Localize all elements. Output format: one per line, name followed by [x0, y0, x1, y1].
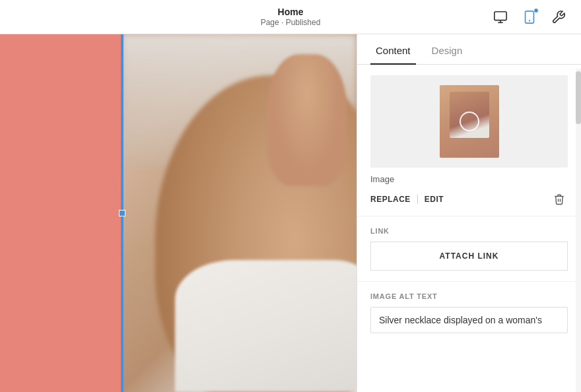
scrollbar-thumb[interactable]	[576, 71, 581, 124]
image-preview-container	[370, 75, 568, 168]
tools-button[interactable]	[547, 5, 570, 29]
tab-design[interactable]: Design	[427, 38, 468, 64]
canvas-image[interactable]	[122, 34, 357, 392]
action-divider	[417, 195, 418, 204]
monitor-view-button[interactable]	[489, 5, 512, 29]
image-preview-section: Image REPLACE EDIT	[357, 65, 581, 216]
image-thumbnail	[440, 85, 499, 158]
alt-text-section: IMAGE ALT TEXT	[357, 282, 581, 344]
canvas-left-panel[interactable]	[0, 34, 122, 392]
tab-content[interactable]: Content	[370, 38, 416, 64]
right-panel: Content Design Image REPLACE EDIT	[357, 34, 581, 392]
header-title-block: Home Page · Published	[261, 7, 321, 27]
image-label: Image	[370, 174, 568, 184]
attach-link-button[interactable]: ATTACH LINK	[370, 242, 568, 271]
header-icons	[489, 5, 570, 29]
page-status: Page · Published	[261, 18, 321, 27]
link-section-label: LINK	[370, 227, 568, 235]
mobile-view-button[interactable]	[518, 5, 541, 29]
alt-text-label: IMAGE ALT TEXT	[370, 292, 568, 300]
svg-rect-0	[495, 11, 506, 20]
canvas: Content Design Image REPLACE EDIT	[0, 34, 581, 392]
panel-scrollbar[interactable]	[576, 69, 581, 392]
header: Home Page · Published	[0, 0, 581, 34]
link-section: LINK ATTACH LINK	[357, 216, 581, 282]
alt-text-input[interactable]	[370, 307, 568, 333]
mobile-badge	[533, 8, 539, 13]
delete-image-button[interactable]	[551, 191, 568, 208]
page-name: Home	[261, 7, 321, 18]
panel-tabs: Content Design	[357, 34, 581, 65]
edit-image-button[interactable]: EDIT	[425, 195, 444, 204]
panel-content: Image REPLACE EDIT	[357, 65, 581, 392]
image-actions: REPLACE EDIT	[370, 191, 568, 208]
person-neck	[267, 54, 347, 186]
person-shirt	[175, 260, 357, 392]
replace-image-button[interactable]: REPLACE	[370, 195, 411, 204]
selection-handle[interactable]	[119, 210, 125, 216]
